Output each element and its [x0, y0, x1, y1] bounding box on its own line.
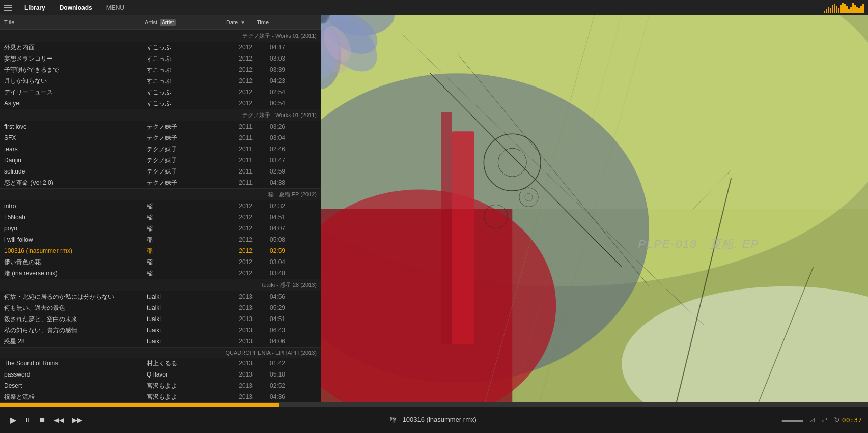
table-row[interactable]: 月しか知らないすこっぷ201204:23: [0, 75, 321, 86]
shuffle-button[interactable]: ⇄: [820, 415, 830, 425]
tab-menu[interactable]: MENU: [100, 2, 130, 13]
top-bar: Library Downloads MENU: [0, 0, 868, 15]
col-title-header: Title: [0, 19, 143, 25]
table-row[interactable]: 惑星 28tuaiki201304:06: [0, 336, 321, 347]
table-row[interactable]: poyo稲201204:07: [0, 223, 321, 234]
album-art-panel: PLPE-018 夏稲. EP: [321, 15, 868, 402]
table-row[interactable]: 祝祭と流転宮沢もよよ201304:36: [0, 391, 321, 402]
track-date: 2011: [226, 168, 257, 175]
track-title: 月しか知らない: [2, 77, 145, 85]
table-row[interactable]: デイリーニュースすこっぷ201202:54: [0, 86, 321, 98]
visualizer-bar: [856, 7, 858, 13]
table-row[interactable]: solitudeテクノ妹子201102:59: [0, 166, 321, 177]
track-title: 外見と内面: [2, 43, 145, 52]
track-title: tears: [2, 146, 145, 153]
track-time: 03:47: [257, 157, 287, 164]
table-row[interactable]: tearsテクノ妹子201102:46: [0, 143, 321, 155]
prev-button[interactable]: ◀◀: [50, 414, 68, 426]
track-title: solitude: [2, 168, 145, 175]
track-artist: テクノ妹子: [145, 123, 226, 131]
visualizer-bar: [826, 9, 827, 13]
table-row[interactable]: 殺された夢と、空白の未来tuaiki201304:51: [0, 313, 321, 325]
track-title: 子守唄ができるまで: [2, 66, 145, 74]
volume-button[interactable]: ⊿: [807, 415, 818, 425]
repeat-button[interactable]: ↻: [832, 415, 842, 425]
artist-sort-badge: Artist: [160, 19, 176, 26]
play-button[interactable]: ▶: [6, 413, 20, 427]
visualizer-bar: [824, 11, 825, 13]
track-time: 03:26: [257, 123, 287, 130]
table-row[interactable]: 妄想メランコリーすこっぷ201203:03: [0, 53, 321, 64]
track-date: 2011: [226, 134, 257, 141]
visualizer-bar: [852, 3, 854, 13]
table-row[interactable]: 私の知らない、貴方の感情tuaiki201306:43: [0, 325, 321, 336]
track-date: 2012: [226, 77, 257, 84]
track-date: 2012: [226, 270, 257, 277]
track-title: 渚 (ina reverse mix): [2, 269, 145, 278]
table-row[interactable]: Danjiriテクノ妹子201103:47: [0, 155, 321, 166]
track-artist: すこっぷ: [145, 66, 226, 74]
visualizer-bar: [850, 7, 852, 13]
table-row[interactable]: 何も無い、過去の景色tuaiki201305:29: [0, 302, 321, 313]
table-row[interactable]: 100316 (inasummer rmx)稲201202:59: [0, 245, 321, 256]
table-row[interactable]: 外見と内面すこっぷ201204:17: [0, 42, 321, 53]
track-time: 02:59: [257, 168, 287, 175]
track-title: 惑星 28: [2, 337, 145, 346]
track-date: 2013: [226, 371, 257, 378]
bottom-bar: ▶ ⏸ ⏹ ◀◀ ▶▶ 稲 - 100316 (inasummer rmx) ▬…: [0, 402, 868, 433]
table-row[interactable]: passwordQ flavor201305:10: [0, 369, 321, 380]
track-time: 04:06: [257, 338, 287, 345]
track-date: 2011: [226, 146, 257, 153]
track-list: Title Artist Artist Date ▼ Time テクノ妹子 - …: [0, 15, 321, 402]
table-row[interactable]: 子守唄ができるまですこっぷ201203:39: [0, 64, 321, 75]
table-row[interactable]: As yetすこっぷ201200:54: [0, 98, 321, 109]
track-artist: すこっぷ: [145, 77, 226, 85]
table-row[interactable]: The Sound of Ruins村上くるる201301:42: [0, 358, 321, 369]
album-header: tuaiki - 惑星 28 (2013): [0, 279, 321, 291]
menu-icon[interactable]: [4, 3, 13, 12]
visualizer-bar: [832, 5, 833, 13]
col-artist-header[interactable]: Artist Artist: [143, 19, 224, 25]
track-scroll-area[interactable]: テクノ妹子 - Works 01 (2011)外見と内面すこっぷ201204:1…: [0, 30, 321, 402]
track-time: 04:17: [257, 44, 287, 51]
table-row[interactable]: L5Noah稲201204:51: [0, 212, 321, 223]
track-time: 04:07: [257, 225, 287, 232]
tab-library[interactable]: Library: [18, 2, 51, 13]
track-time: 01:42: [257, 360, 287, 367]
tab-downloads[interactable]: Downloads: [53, 2, 98, 13]
pause-button[interactable]: ⏸: [20, 414, 35, 426]
track-title: 儚い青色の花: [2, 258, 145, 267]
table-row[interactable]: 何故・此処に居るのか私には分からないtuaiki201304:56: [0, 291, 321, 302]
next-button[interactable]: ▶▶: [68, 414, 87, 426]
track-time: 00:54: [257, 100, 287, 107]
track-artist: テクノ妹子: [145, 145, 226, 154]
table-row[interactable]: intro稲201202:32: [0, 200, 321, 212]
track-artist: テクノ妹子: [145, 134, 226, 142]
table-row[interactable]: SFXテクノ妹子201103:04: [0, 132, 321, 143]
track-artist: tuaiki: [145, 304, 226, 311]
eq-button[interactable]: ▬▬▬: [780, 415, 805, 425]
track-time: 05:10: [257, 371, 287, 378]
table-row[interactable]: first loveテクノ妹子201103:26: [0, 121, 321, 132]
visualizer-bar: [842, 3, 844, 13]
track-date: 2011: [226, 179, 257, 186]
track-title: Danjiri: [2, 157, 145, 164]
track-date: 2012: [226, 89, 257, 96]
track-artist: 宮沢もよよ: [145, 393, 226, 401]
table-row[interactable]: 儚い青色の花稲201203:04: [0, 256, 321, 268]
table-row[interactable]: i will follow稲201205:08: [0, 234, 321, 245]
table-row[interactable]: 渚 (ina reverse mix)稲201203:48: [0, 268, 321, 279]
table-row[interactable]: 恋と革命 (Ver.2.0)テクノ妹子201104:38: [0, 177, 321, 188]
track-title: 祝祭と流転: [2, 393, 145, 401]
stop-button[interactable]: ⏹: [35, 414, 50, 426]
track-artist: tuaiki: [145, 315, 226, 323]
track-date: 2013: [226, 315, 257, 323]
track-artist: tuaiki: [145, 327, 226, 334]
table-row[interactable]: Desert宮沢もよよ201302:52: [0, 380, 321, 391]
time-display: 00:37: [842, 416, 862, 424]
col-date-header[interactable]: Date ▼: [224, 19, 255, 25]
album-header: 稲 - 夏稲.EP (2012): [0, 188, 321, 200]
progress-bar[interactable]: [0, 403, 868, 407]
track-title: Desert: [2, 382, 145, 389]
track-artist: 村上くるる: [145, 359, 226, 368]
